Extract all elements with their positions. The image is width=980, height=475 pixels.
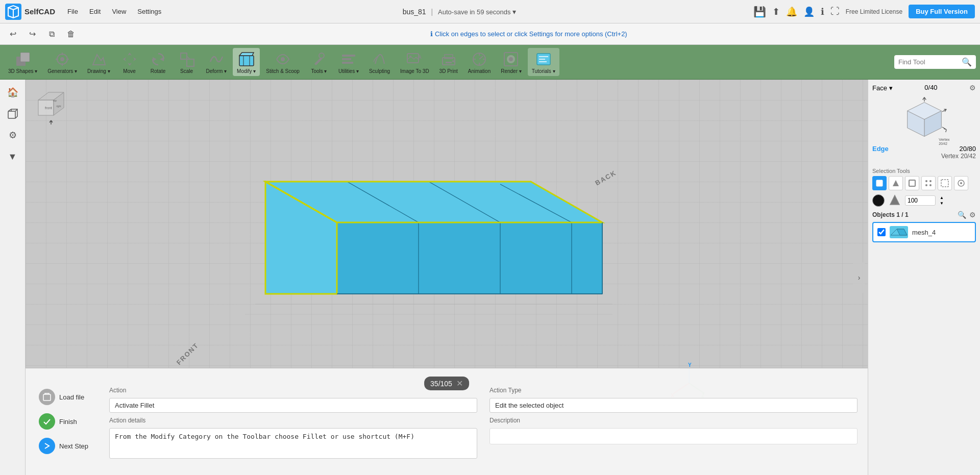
action-details-field: From the Modify Category on the Toolbar … [109,428,477,459]
edge-label[interactable]: Edge [872,145,889,153]
nav-cube-widget[interactable]: Vertex 20/42 [899,94,950,145]
tool-deform-label: Deform ▾ [206,68,227,74]
action-field[interactable] [109,398,477,413]
tool-render[interactable]: Render ▾ [497,48,526,76]
share-icon[interactable]: ⬆ [772,6,780,17]
tool-drawing-label: Drawing ▾ [87,68,110,74]
tool-generators[interactable]: Generators ▾ [43,48,81,76]
face-dropdown-icon[interactable]: ▾ [889,84,893,92]
drawing-icon [89,50,108,68]
tool-deform[interactable]: Deform ▾ [202,48,231,76]
tool-3d-shapes[interactable]: 3D Shapes ▾ [4,48,41,76]
menu-edit[interactable]: Edit [85,6,105,17]
tool-image-to-3d[interactable]: Image To 3D [396,48,433,76]
tool-sculpting[interactable]: Sculpting [365,48,394,76]
svg-rect-9 [181,53,187,59]
menu-settings[interactable]: Settings [133,6,165,17]
render-icon [502,50,520,68]
action-details-label: Action details [109,417,477,424]
deform-icon [207,50,226,68]
svg-point-21 [409,56,411,58]
perspective-button[interactable] [4,105,21,122]
tool-scale-label: Scale [180,68,193,74]
object-visibility-checkbox[interactable] [877,228,886,236]
sel-vertex-mode-btn[interactable] [921,176,936,190]
sel-edge-mode-btn[interactable] [905,176,919,190]
objects-header: Objects 1 / 1 🔍 ⚙ [872,211,976,219]
document-name: bus_81 [403,8,426,16]
tutorial-counter: 35/105 [430,380,452,388]
right-panel: Face ▾ 0/40 ⚙ [868,80,980,475]
tool-animation-label: Animation [468,68,491,74]
color-opacity-row: ▲ ▼ [872,194,976,207]
tool-utilities[interactable]: Utilities ▾ [334,48,363,76]
svg-rect-19 [342,62,353,64]
tool-tools[interactable]: Tools ▾ [306,48,332,76]
save-icon[interactable]: 💾 [753,6,766,18]
objects-search-icon[interactable]: 🔍 [958,211,966,219]
svg-point-84 [925,184,927,186]
tool-stitch-scoop[interactable]: Stitch & Scoop [262,48,304,76]
opacity-input[interactable] [905,195,936,206]
info-icon[interactable]: ℹ [821,6,824,17]
info-message: ℹ Click on edges to select or click Sett… [83,30,975,38]
tool-drawing[interactable]: Drawing ▾ [83,48,114,76]
svg-point-34 [509,57,513,61]
menu-file[interactable]: File [63,6,82,17]
redo-button[interactable]: ↪ [24,27,40,42]
find-tool-area: 🔍 [894,55,976,69]
home-button[interactable]: 🏠 [4,84,21,101]
tool-sculpting-label: Sculpting [369,68,390,74]
svg-rect-18 [342,58,351,60]
top-right-controls: 💾 ⬆ 🔔 👤 ℹ ⛶ Free Limited License Buy Ful… [753,5,975,18]
expand-left-button[interactable]: ▼ [4,148,21,165]
tutorial-close-button[interactable]: ✕ [456,379,463,388]
buy-full-version-button[interactable]: Buy Full Version [909,5,975,18]
settings-left-button[interactable]: ⚙ [4,127,21,144]
svg-rect-24 [446,62,452,63]
sel-paint-btn[interactable] [954,176,968,190]
viewport-nav-right-arrow[interactable]: › [853,262,865,293]
fullscreen-icon[interactable]: ⛶ [830,6,840,17]
tutorial-load-file-step[interactable]: Load file [36,387,97,407]
viewport-nav-cube[interactable]: front top right ▼ [31,85,71,126]
edge-info-row: Edge 20/80 [872,145,976,153]
face-selector[interactable]: Face ▾ [872,84,893,92]
sel-box-btn[interactable] [938,176,952,190]
tutorial-finish-step[interactable]: Finish [36,411,97,432]
next-step-icon [39,438,55,454]
tool-tutorials[interactable]: Tutorials ▾ [528,48,559,76]
opacity-spinners[interactable]: ▲ ▼ [940,195,944,206]
3d-print-icon [439,50,458,68]
right-panel-settings-icon[interactable]: ⚙ [969,84,976,92]
tool-3d-print[interactable]: 3D Print [435,48,462,76]
viewport[interactable]: front top right ▼ FRONT BACK [26,80,868,475]
tool-animation[interactable]: Animation [464,48,495,76]
notifications-icon[interactable]: 🔔 [786,6,797,17]
color-swatch[interactable] [872,194,885,207]
load-file-label: Load file [59,393,84,401]
undo-button[interactable]: ↩ [5,27,20,42]
tool-scale[interactable]: Scale [174,48,200,76]
menu-view[interactable]: View [108,6,130,17]
tool-stitch-scoop-label: Stitch & Scoop [266,68,300,74]
object-item-mesh4[interactable]: mesh_4 [872,222,976,242]
find-tool-input[interactable] [898,58,960,66]
description-label: Description [489,417,857,424]
sel-face-mode-btn[interactable] [889,176,903,190]
svg-line-31 [479,56,483,59]
tool-move[interactable]: Move [116,48,143,76]
objects-settings-icon[interactable]: ⚙ [969,211,976,219]
tutorial-next-step-step[interactable]: Next Step [36,436,97,456]
tool-rotate[interactable]: Rotate [145,48,172,76]
delete-button[interactable]: 🗑 [63,27,79,42]
action-type-field[interactable] [489,398,857,413]
sel-object-mode-btn[interactable] [872,176,887,190]
tool-render-label: Render ▾ [501,68,522,74]
autosave-dropdown-icon[interactable]: ▾ [512,8,516,16]
copy-button[interactable]: ⧉ [44,27,59,42]
svg-point-83 [929,180,932,182]
profile-icon[interactable]: 👤 [803,6,815,17]
tool-modify[interactable]: Modify ▾ [233,48,260,76]
tool-move-label: Move [123,68,135,74]
